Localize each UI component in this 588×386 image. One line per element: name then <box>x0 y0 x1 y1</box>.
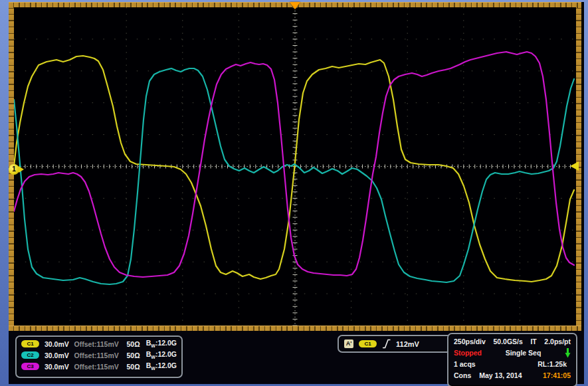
trigger-source-badge: C1 <box>359 340 377 347</box>
scope-screen: 1 C1 30.0mV Offset:115mV 50Ω BW:12.0G C2… <box>9 2 584 384</box>
rising-edge-icon <box>382 339 391 349</box>
datetime-row: Cons May 13, 2014 17:41:05 <box>448 369 576 381</box>
timebase-value: 250ps/div <box>454 338 486 345</box>
acquisition-status-row: Stopped Single Seq <box>448 347 576 358</box>
channel-1-trace <box>14 56 574 282</box>
acquisition-readout-box[interactable]: 250ps/div 50.0GS/s IT 2.0ps/pt Stopped S… <box>447 333 577 386</box>
channel1-readout[interactable]: C1 30.0mV Offset:115mV 50Ω BW:12.0G <box>17 338 181 349</box>
acquisition-status: Stopped <box>454 349 482 357</box>
readout-panel: C1 30.0mV Offset:115mV 50Ω BW:12.0G C2 3… <box>9 331 584 384</box>
acquisition-count: 1 acqs <box>454 360 476 368</box>
channel-settings-box: C1 30.0mV Offset:115mV 50Ω BW:12.0G C2 3… <box>15 336 183 378</box>
channel2-badge[interactable]: C2 <box>21 351 39 359</box>
sequence-mode: Single Seq <box>506 349 541 357</box>
channel1-bandwidth: BW:12.0G <box>146 339 177 348</box>
channel3-readout[interactable]: C3 30.0mV Offset:115mV 50Ω BW:12.0G <box>17 361 181 372</box>
channel1-offset: Offset:115mV <box>74 340 127 348</box>
sampling-mode: IT <box>530 338 536 345</box>
cons-label: Cons <box>454 371 471 379</box>
resolution-value: 2.0ps/pt <box>544 338 571 345</box>
channel1-marker-arrow-icon <box>19 166 24 173</box>
channel3-offset: Offset:115mV <box>74 363 127 371</box>
green-arrow-down-icon <box>565 347 571 358</box>
channel3-bandwidth: BW:12.0G <box>146 361 177 371</box>
clock-value: 17:41:05 <box>543 371 571 379</box>
channel1-position-marker[interactable]: 1 <box>9 164 26 175</box>
oscilloscope-window: 1 C1 30.0mV Offset:115mV 50Ω BW:12.0G C2… <box>0 0 588 386</box>
trigger-position-marker-icon[interactable] <box>290 2 300 9</box>
channel1-badge[interactable]: C1 <box>21 340 39 347</box>
date-value: May 13, 2014 <box>479 371 522 379</box>
trigger-level-arrow-icon[interactable] <box>570 161 579 171</box>
channel2-scale: 30.0mV <box>45 351 74 359</box>
graticule-area <box>14 7 576 326</box>
channel3-badge[interactable]: C3 <box>21 363 39 370</box>
acquisition-count-row: 1 acqs RL:1.25k <box>448 358 576 369</box>
channel2-offset: Offset:115mV <box>74 351 127 359</box>
channel3-termination: 50Ω <box>127 363 146 371</box>
channel2-readout[interactable]: C2 30.0mV Offset:115mV 50Ω BW:12.0G <box>17 349 181 361</box>
channel1-scale: 30.0mV <box>45 340 74 348</box>
channel2-termination: 50Ω <box>127 351 146 359</box>
waveform-display <box>14 7 576 326</box>
channel1-marker-label: 1 <box>9 164 19 175</box>
trigger-level-value: 112mV <box>396 340 419 348</box>
trigger-readout-box[interactable]: A' C1 112mV <box>338 335 458 353</box>
horizontal-readout-row: 250ps/div 50.0GS/s IT 2.0ps/pt <box>448 336 576 347</box>
record-length: RL:1.25k <box>538 360 571 368</box>
channel2-bandwidth: BW:12.0G <box>146 350 177 359</box>
channel3-scale: 30.0mV <box>45 363 74 371</box>
sample-rate-value: 50.0GS/s <box>493 338 522 345</box>
channel1-termination: 50Ω <box>127 340 146 348</box>
trigger-system-badge: A' <box>344 339 353 348</box>
